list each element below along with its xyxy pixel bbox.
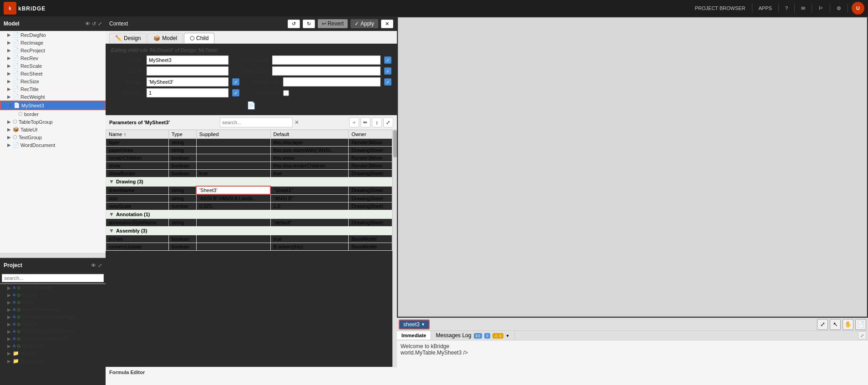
tree-item-recimage[interactable]: ▶ 📄 RecImage xyxy=(0,39,106,46)
expand-icon[interactable]: ▶ xyxy=(7,329,13,334)
table-row[interactable]: size string 'ANSI B' //ANSI A Lands... "… xyxy=(106,194,392,203)
section-collapse-icon[interactable]: ▼ xyxy=(109,211,114,218)
sheet-tool-doc-btn[interactable]: 📄 xyxy=(855,319,866,330)
tree-item-worddocument[interactable]: ▶ 📄 WordDocument xyxy=(0,141,106,149)
expand-icon[interactable]: ▶ xyxy=(7,48,13,53)
proj-item-diadim[interactable]: ▶ A ⊙ DiaDim xyxy=(0,320,106,328)
tree-item-mysheet3[interactable]: ▼ 📄 MySheet3 xyxy=(0,101,106,110)
child-name-checkbox[interactable] xyxy=(384,56,391,64)
design-checkbox[interactable] xyxy=(232,78,239,86)
expand-icon[interactable]: ▶ xyxy=(7,351,13,356)
col-type[interactable]: Type xyxy=(168,130,196,139)
immediate-expand-btn[interactable]: ⤢ xyxy=(858,331,866,339)
expand-icon[interactable]: ▶ xyxy=(7,135,13,140)
model-hscroll[interactable] xyxy=(0,253,106,258)
expand-icon[interactable]: ▶ xyxy=(7,40,13,45)
label-input[interactable] xyxy=(147,66,228,76)
model-refresh-icon[interactable]: ↺ xyxy=(92,21,96,27)
proj-item-mytext[interactable]: ▶ A ⊙ myText xyxy=(0,291,106,299)
proj-item-filledtriangle[interactable]: ▶ A ⊙ FilledTriangleArrowHea... xyxy=(0,328,106,335)
tree-item-recweight[interactable]: ▶ 📄 RecWeight xyxy=(0,93,106,101)
apply-btn[interactable]: ✓ Apply xyxy=(350,19,378,28)
revert-btn[interactable]: ↩ Revert xyxy=(318,19,348,28)
tree-item-recdwgno[interactable]: ▶ 📄 RecDwgNo xyxy=(0,31,106,39)
tree-item-border[interactable]: ⬡ border xyxy=(0,110,106,118)
expand-params-btn[interactable]: ⤢ xyxy=(383,117,393,127)
expand-icon[interactable]: ▶ xyxy=(7,94,13,99)
model-expand-icon[interactable]: ⤢ xyxy=(98,21,102,27)
expand-icon[interactable]: ▶ xyxy=(7,71,13,76)
tab-design[interactable]: ✏️ Design xyxy=(109,33,147,43)
proj-item-circlearrow[interactable]: ▶ A ⊙ CircleArrowHeadDesign xyxy=(0,313,106,320)
params-search-input[interactable] xyxy=(220,117,293,127)
project-search-input[interactable] xyxy=(2,274,104,282)
project-expand-icon[interactable]: ⤢ xyxy=(98,263,102,268)
expand-icon[interactable]: ▶ xyxy=(7,63,13,68)
messages-dropdown-icon[interactable]: ▼ xyxy=(506,334,510,338)
child-label-input[interactable] xyxy=(272,66,381,76)
close-context-btn[interactable]: ✕ xyxy=(381,20,393,28)
tree-item-tableui[interactable]: ▶ 📦 TableUI xyxy=(0,126,106,133)
table-row[interactable]: runnersUpdate boolean B.arleen(this) Bas… xyxy=(106,243,392,251)
expand-icon[interactable]: ▶ xyxy=(7,285,13,290)
sheet-tool-cursor-btn[interactable]: ↖ xyxy=(830,319,841,330)
settings-btn[interactable]: ⚙ xyxy=(834,5,844,12)
help-btn[interactable]: ? xyxy=(782,5,791,12)
expand-icon[interactable]: ▶ xyxy=(7,56,13,61)
expand-icon[interactable]: ▶ xyxy=(7,336,13,341)
design-set-checkbox[interactable] xyxy=(384,78,391,86)
params-search-clear[interactable]: ✕ xyxy=(294,119,299,126)
tree-item-recsheet[interactable]: ▶ 📄 RecSheet xyxy=(0,70,106,77)
immediate-tab[interactable]: Immediate xyxy=(397,331,431,339)
expand-icon[interactable]: ▶ xyxy=(7,293,13,298)
model-eye-icon[interactable]: 👁 xyxy=(85,21,90,27)
expand-icon[interactable]: ▶ xyxy=(7,314,13,319)
proj-item-mytextleader[interactable]: ▶ A ⊙ MyTextLeader xyxy=(0,284,106,291)
tab-model[interactable]: 📦 Model xyxy=(147,33,183,43)
proj-item-frontviewport[interactable]: ▶ A ⊙ FrontViewportSheet2 xyxy=(0,335,106,342)
child-label-checkbox[interactable] xyxy=(384,67,391,75)
tree-item-recscale[interactable]: ▶ 📄 RecScale xyxy=(0,62,106,70)
proj-item-arrowhead[interactable]: ▶ A ⊙ ArrowHeadDesign xyxy=(0,306,106,313)
design-input[interactable] xyxy=(147,77,228,86)
table-row[interactable]: layer string this.nha.layer Render3Mixin xyxy=(106,139,392,147)
undo-btn[interactable]: ↺ xyxy=(288,20,300,28)
table-row[interactable]: inTree boolean true BaseModel xyxy=(106,235,392,243)
table-row[interactable]: viewScale number 0.025; 1.0 DrawingSheet xyxy=(106,203,392,210)
col-supplied[interactable]: Supplied xyxy=(196,130,270,139)
section-collapse-icon[interactable]: ▼ xyxy=(109,228,114,234)
tree-item-recsize[interactable]: ▶ 📄 RecSize xyxy=(0,77,106,85)
proj-item-mysheet3[interactable]: ▶ A ⊙ MySheet3 xyxy=(0,342,106,350)
expand-icon[interactable]: ▶ xyxy=(7,344,13,349)
sheet-tool-expand-btn[interactable]: ⤢ xyxy=(817,319,828,330)
tree-item-tabletopgroup[interactable]: ▶ ⬡ TableTopGroup xyxy=(0,118,106,126)
expand-icon[interactable]: ▶ xyxy=(7,142,13,147)
col-name[interactable]: Name ↑ xyxy=(106,130,169,139)
expand-icon[interactable]: ▶ xyxy=(7,119,13,124)
redo-btn[interactable]: ↻ xyxy=(303,20,315,28)
expand-icon[interactable]: ▶ xyxy=(7,359,13,364)
param-supplied-highlight[interactable]: 'Sheet3' xyxy=(196,186,270,194)
table-row[interactable]: renderChildren boolean this.show Render3… xyxy=(106,154,392,162)
tree-item-textgroup[interactable]: ▶ ⬡ TextGroup xyxy=(0,133,106,141)
expand-icon[interactable]: ▶ xyxy=(7,86,13,91)
quantity-checkbox[interactable] xyxy=(232,89,239,96)
sheet3-tab[interactable]: sheet3 ▼ xyxy=(399,319,430,329)
project-browser-btn[interactable]: PROJECT BROWSER xyxy=(692,5,748,12)
mail-btn[interactable]: ✉ xyxy=(798,5,808,12)
col-owner[interactable]: Owner xyxy=(349,130,392,139)
table-row[interactable]: paperUnits string this.size.startsWith("… xyxy=(106,147,392,154)
tree-item-rectitle[interactable]: ▶ 📄 RecTitle xyxy=(0,85,106,93)
vscroll-thumb[interactable] xyxy=(393,130,397,157)
sheet-tab-dropdown-icon[interactable]: ▼ xyxy=(421,322,425,327)
sort-param-btn[interactable]: ↕ xyxy=(372,117,382,127)
name-input[interactable] xyxy=(147,56,228,65)
design-set-input[interactable] xyxy=(283,77,381,86)
section-collapse-icon[interactable]: ▼ xyxy=(109,178,114,185)
table-row[interactable]: show boolean this.nha.renderChildren Ren… xyxy=(106,162,392,170)
sheet-tool-hand-btn[interactable]: ✋ xyxy=(843,319,853,330)
table-row[interactable]: showBorder boolean true true DrawingShee… xyxy=(106,170,392,177)
project-eye-icon[interactable]: 👁 xyxy=(91,263,96,268)
expand-icon[interactable]: ▶ xyxy=(7,79,13,84)
add-param-btn[interactable]: + xyxy=(349,117,359,127)
